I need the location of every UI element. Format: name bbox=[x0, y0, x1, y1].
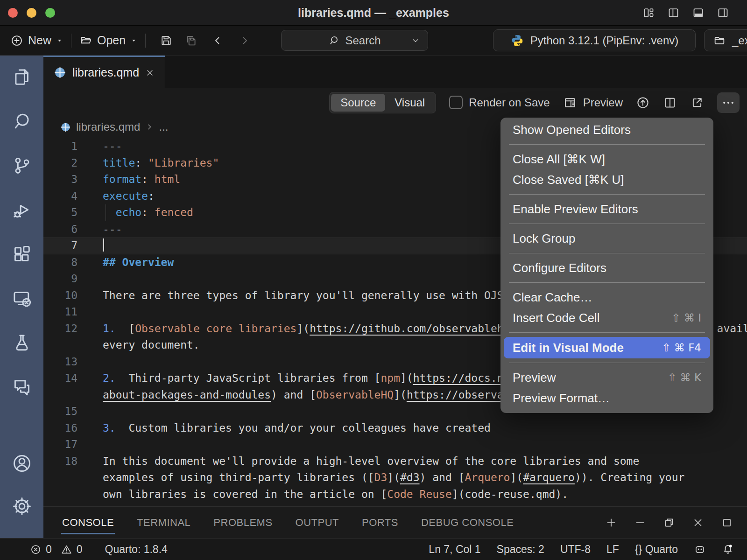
code-token: Arquero bbox=[465, 471, 510, 483]
menu-item[interactable]: Configure Editors bbox=[500, 258, 713, 278]
copilot-icon[interactable] bbox=[694, 543, 706, 555]
navigate-forward-button[interactable] bbox=[239, 35, 250, 46]
problems-status[interactable]: 0 0 bbox=[30, 543, 83, 556]
zoom-window-button[interactable] bbox=[45, 8, 55, 18]
open-button-label: Open bbox=[97, 34, 126, 47]
open-button[interactable]: Open bbox=[79, 34, 137, 47]
menu-item[interactable]: Show Opened Editors bbox=[500, 119, 713, 140]
python-logo-icon bbox=[510, 34, 524, 48]
menu-item[interactable]: Insert Code Cell⇧ ⌘ I bbox=[500, 308, 713, 328]
close-window-button[interactable] bbox=[8, 8, 18, 18]
render-icon[interactable] bbox=[636, 96, 650, 110]
eol-status[interactable]: LF bbox=[606, 543, 619, 556]
minimize-window-button[interactable] bbox=[27, 8, 36, 18]
code-token: [ bbox=[374, 372, 381, 384]
panel-tab-terminal[interactable]: TERMINAL bbox=[136, 513, 191, 532]
global-search-input[interactable]: Search bbox=[281, 30, 428, 51]
menu-item[interactable]: Edit in Visual Mode⇧ ⌘ F4 bbox=[504, 337, 710, 358]
top-action-bar: New Open Searc bbox=[0, 26, 747, 56]
error-count: 0 bbox=[46, 543, 52, 556]
customize-layout-icon[interactable] bbox=[642, 7, 655, 19]
activity-bar-bottom bbox=[8, 449, 36, 538]
code-line[interactable]: 163. Custom libraries you and/or your co… bbox=[43, 420, 747, 437]
visual-mode-button[interactable]: Visual bbox=[385, 94, 434, 112]
tab-libraries-qmd[interactable]: libraries.qmd bbox=[43, 56, 165, 88]
menu-item[interactable]: Close All [⌘K W] bbox=[500, 149, 713, 169]
navigate-back-button[interactable] bbox=[212, 35, 223, 46]
testing-icon[interactable] bbox=[8, 329, 36, 357]
preview-button[interactable]: Preview bbox=[563, 96, 623, 110]
sessions-icon[interactable] bbox=[8, 285, 36, 313]
menu-separator bbox=[509, 144, 705, 145]
save-all-icon[interactable] bbox=[185, 34, 198, 47]
panel-tab-problems[interactable]: PROBLEMS bbox=[212, 513, 273, 532]
panel-tab-ports[interactable]: PORTS bbox=[361, 513, 399, 532]
cursor-position-status[interactable]: Ln 7, Col 1 bbox=[429, 543, 480, 556]
menu-item[interactable]: Clear Cache… bbox=[500, 287, 713, 308]
status-bar: 0 0 Quarto: 1.8.4 Ln 7, Col 1 Spaces: 2 … bbox=[0, 538, 747, 560]
panel-tab-debug-console[interactable]: DEBUG CONSOLE bbox=[420, 513, 514, 532]
explorer-icon[interactable] bbox=[8, 63, 36, 91]
close-tab-icon[interactable] bbox=[145, 68, 155, 77]
notifications-bell-icon[interactable] bbox=[722, 543, 734, 555]
breadcrumb-file[interactable]: libraries.qmd bbox=[76, 120, 140, 133]
source-control-icon[interactable] bbox=[8, 152, 36, 180]
menu-item[interactable]: Preview Format… bbox=[500, 388, 713, 408]
open-in-new-window-icon[interactable] bbox=[690, 96, 704, 110]
panel-plus-icon[interactable] bbox=[605, 517, 617, 529]
line-number: 14 bbox=[43, 370, 103, 387]
save-icon[interactable] bbox=[160, 34, 173, 47]
tab-label: libraries.qmd bbox=[72, 66, 139, 79]
render-on-save-checkbox[interactable] bbox=[449, 96, 463, 109]
panel-tab-output[interactable]: OUTPUT bbox=[295, 513, 340, 532]
settings-icon[interactable] bbox=[8, 492, 36, 520]
menu-separator bbox=[509, 253, 705, 253]
new-button[interactable]: New bbox=[10, 34, 63, 47]
code-token: Observable core libraries bbox=[135, 322, 296, 335]
panel-close-icon[interactable] bbox=[692, 517, 704, 529]
split-editor-icon[interactable] bbox=[663, 96, 677, 110]
menu-item[interactable]: Enable Preview Editors bbox=[500, 199, 713, 219]
toggle-panel-icon[interactable] bbox=[692, 7, 705, 19]
line-number: 4 bbox=[43, 188, 103, 205]
code-token: ObservableHQ bbox=[316, 389, 394, 401]
panel-maximize-icon[interactable] bbox=[721, 517, 733, 529]
line-number: 9 bbox=[43, 271, 103, 287]
code-token: ]( bbox=[296, 322, 310, 335]
search-icon[interactable] bbox=[8, 107, 36, 135]
panel-restore-icon[interactable] bbox=[663, 517, 675, 529]
workspace-selector[interactable]: _examples bbox=[704, 29, 747, 51]
account-icon[interactable] bbox=[8, 449, 36, 477]
run-debug-icon[interactable] bbox=[8, 196, 36, 224]
panel-tab-console[interactable]: CONSOLE bbox=[61, 513, 115, 532]
workspace-label: _examples bbox=[732, 34, 747, 47]
more-actions-button[interactable] bbox=[717, 92, 740, 113]
interpreter-selector[interactable]: Python 3.12.1 (PipEnv: .venv) bbox=[493, 29, 696, 51]
menu-item[interactable]: Close Saved [⌘K U] bbox=[500, 169, 713, 190]
panel-minimize-icon[interactable] bbox=[634, 517, 646, 529]
code-line[interactable]: 17 bbox=[43, 436, 747, 453]
line-number: 11 bbox=[43, 304, 103, 321]
extensions-icon[interactable] bbox=[8, 240, 36, 268]
app-window: libraries.qmd — _examples New bbox=[0, 0, 747, 560]
encoding-status[interactable]: UTF-8 bbox=[560, 543, 591, 556]
code-line[interactable]: own libraries is covered in the article … bbox=[43, 486, 747, 503]
code-token: code-reuse.qmd bbox=[465, 488, 555, 500]
toggle-primary-sidebar-icon[interactable] bbox=[667, 7, 680, 19]
code-line[interactable]: examples of using third-party libraries … bbox=[43, 469, 747, 486]
language-mode-status[interactable]: {} Quarto bbox=[635, 543, 678, 556]
code-line[interactable]: 18In this document we'll provide a high-… bbox=[43, 453, 747, 470]
quarto-version-status[interactable]: Quarto: 1.8.4 bbox=[105, 543, 168, 556]
menu-item[interactable]: Lock Group bbox=[500, 228, 713, 249]
source-mode-button[interactable]: Source bbox=[331, 94, 385, 112]
indentation-status[interactable]: Spaces: 2 bbox=[497, 543, 544, 556]
menu-separator bbox=[509, 282, 705, 283]
breadcrumb-more[interactable]: ... bbox=[159, 120, 168, 133]
code-token: ) bbox=[420, 471, 426, 483]
chat-icon[interactable] bbox=[8, 373, 36, 401]
code-token: Code Reuse bbox=[387, 488, 451, 500]
menu-item[interactable]: Preview⇧ ⌘ K bbox=[500, 367, 713, 388]
toggle-secondary-sidebar-icon[interactable] bbox=[717, 7, 729, 19]
code-token: ). bbox=[555, 488, 568, 500]
chevron-down-icon bbox=[130, 37, 137, 44]
